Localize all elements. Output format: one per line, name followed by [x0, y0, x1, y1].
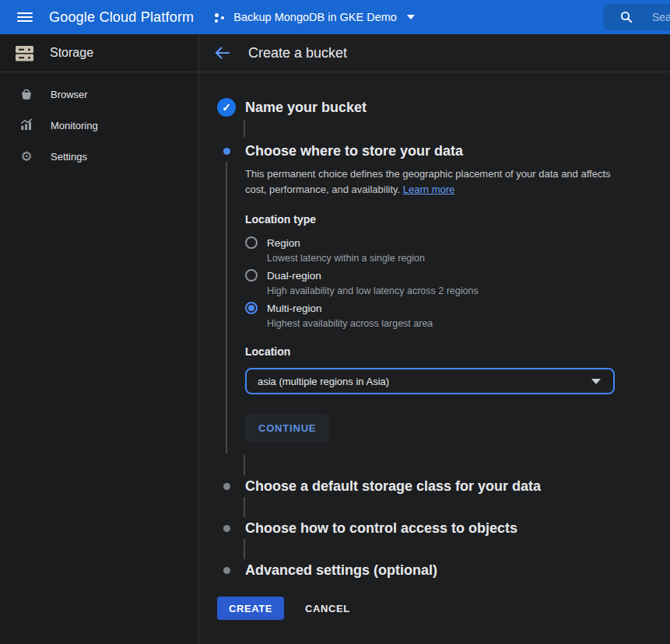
chevron-down-icon: [407, 15, 415, 19]
page-title: Create a bucket: [248, 45, 347, 61]
project-icon: [214, 12, 226, 23]
cancel-button[interactable]: CANCEL: [305, 603, 350, 614]
gear-icon: ⚙: [19, 150, 34, 163]
bucket-icon: [19, 87, 34, 101]
search-icon: [620, 11, 633, 23]
sidebar-header: Storage: [0, 34, 198, 72]
chart-icon: [19, 118, 34, 132]
search-placeholder: Search: [652, 11, 670, 23]
stepper-connector: [244, 497, 245, 517]
pending-step-dot-icon: [223, 525, 230, 532]
project-name: Backup MongoDB in GKE Demo: [233, 11, 397, 23]
sidebar-item-label: Browser: [51, 89, 88, 100]
back-arrow-icon[interactable]: [213, 45, 230, 61]
step-choose-location: Choose where to store your data This per…: [217, 142, 670, 453]
storage-product-icon: [15, 44, 34, 62]
step-complete-check-icon: ✓: [217, 98, 236, 117]
sidebar-item-monitoring[interactable]: Monitoring: [0, 110, 198, 141]
active-step-dot-icon: [223, 148, 230, 155]
step-advanced-settings[interactable]: Advanced settings (optional): [217, 561, 670, 579]
location-type-label: Location type: [245, 213, 615, 226]
sidebar-title: Storage: [50, 46, 93, 60]
stepper-connector: [244, 539, 245, 559]
location-select-value: asia (multiple regions in Asia): [258, 376, 389, 387]
radio-option-region[interactable]: Region Lowest latency within a single re…: [245, 235, 615, 264]
pending-step-dot-icon: [223, 483, 230, 490]
learn-more-link[interactable]: Learn more: [403, 184, 454, 195]
step-name-your-bucket[interactable]: ✓ Name your bucket: [217, 98, 670, 117]
location-select[interactable]: asia (multiple regions in Asia): [245, 368, 615, 394]
step-title: Choose how to control access to objects: [245, 519, 517, 537]
sidebar-nav: Browser Monitoring ⚙ Settings: [0, 72, 198, 172]
stepper-connector: [226, 162, 227, 453]
radio-icon[interactable]: [245, 236, 258, 249]
location-label: Location: [245, 345, 615, 358]
create-bucket-form: ✓ Name your bucket Choose where to store…: [199, 72, 670, 620]
stepper-connector: [244, 121, 245, 138]
create-button[interactable]: CREATE: [217, 597, 284, 620]
sidebar-item-browser[interactable]: Browser: [0, 79, 198, 110]
step-title: Advanced settings (optional): [245, 561, 437, 579]
radio-checked-icon[interactable]: [245, 302, 258, 314]
search-input[interactable]: Search: [603, 4, 670, 30]
sidebar-item-label: Monitoring: [51, 120, 98, 131]
step-access-control[interactable]: Choose how to control access to objects: [217, 519, 670, 537]
sidebar: Storage Browser: [0, 34, 199, 644]
form-actions: CREATE CANCEL: [217, 597, 670, 620]
sidebar-item-label: Settings: [51, 151, 87, 163]
step-storage-class[interactable]: Choose a default storage class for your …: [217, 477, 670, 495]
chevron-down-icon: [591, 379, 601, 384]
gcp-brand-title[interactable]: Google Cloud Platform: [49, 9, 194, 26]
continue-button[interactable]: CONTINUE: [245, 414, 329, 443]
hamburger-menu-icon[interactable]: [17, 10, 33, 24]
stepper-connector: [244, 455, 245, 475]
radio-icon[interactable]: [245, 269, 258, 282]
step-description: This permanent choice defines the geogra…: [245, 166, 614, 198]
sidebar-item-settings[interactable]: ⚙ Settings: [0, 141, 198, 172]
step-title: Name your bucket: [245, 98, 367, 117]
main-panel: Create a bucket ✓ Name your bucket: [199, 34, 670, 644]
radio-option-multi-region[interactable]: Multi-region Highest availability across…: [245, 300, 615, 330]
project-selector[interactable]: Backup MongoDB in GKE Demo: [214, 11, 415, 23]
step-title: Choose a default storage class for your …: [245, 477, 541, 495]
location-type-radio-group: Region Lowest latency within a single re…: [245, 235, 615, 330]
pending-step-dot-icon: [223, 567, 230, 574]
page-header: Create a bucket: [199, 34, 670, 72]
radio-option-dual-region[interactable]: Dual-region High availability and low la…: [245, 268, 615, 297]
top-app-bar: Google Cloud Platform Backup MongoDB in …: [0, 0, 670, 34]
step-title: Choose where to store your data: [245, 142, 615, 160]
